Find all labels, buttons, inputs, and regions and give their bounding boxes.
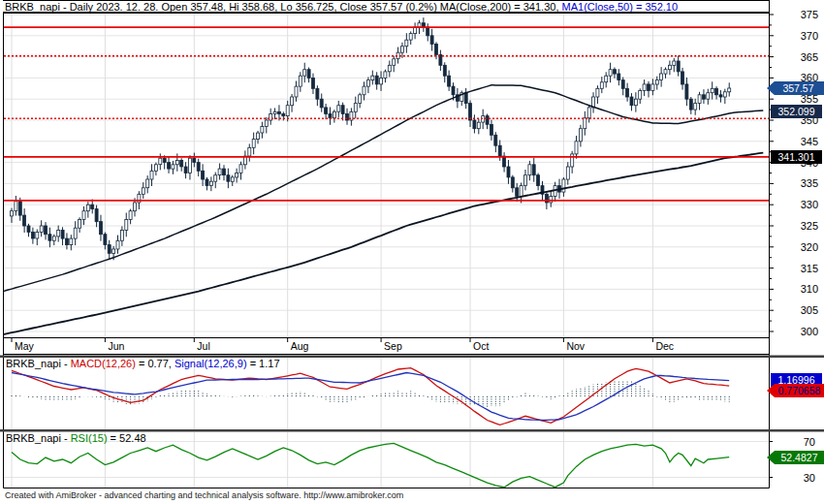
ma50-value-flag: 352.099 — [771, 105, 822, 118]
svg-text:370: 370 — [801, 30, 818, 42]
rsi-title-symbol: BRKB_napi - — [6, 432, 71, 444]
candlestick-series — [11, 17, 731, 260]
rsi-title-rsi: RSI(15) — [71, 432, 108, 444]
svg-text:Dec: Dec — [655, 340, 674, 352]
svg-text:365: 365 — [801, 51, 818, 63]
svg-text:345: 345 — [801, 136, 818, 147]
svg-text:375: 375 — [801, 9, 818, 20]
rsi-line — [12, 443, 729, 487]
price-level-lines — [4, 27, 769, 201]
svg-text:Aug: Aug — [291, 340, 309, 352]
svg-text:May: May — [15, 340, 35, 352]
svg-text:300: 300 — [801, 326, 818, 337]
svg-text:320: 320 — [801, 241, 818, 253]
svg-text:325: 325 — [801, 220, 818, 232]
macd-title-eq1: = 0.77, — [136, 358, 174, 369]
svg-text:355: 355 — [801, 93, 818, 105]
svg-text:315: 315 — [801, 263, 818, 274]
price-title-ma50: MA1(Close,50) = 352.10 — [562, 1, 679, 13]
ma200-value-flag: 341.301 — [771, 150, 822, 164]
macd-title-symbol: BRKB_napi - — [6, 358, 71, 369]
svg-text:Oct: Oct — [473, 340, 489, 352]
macd-title-eq2: = 1.17 — [247, 358, 280, 369]
svg-text:30: 30 — [804, 472, 815, 484]
moving-average-lines — [3, 85, 763, 334]
svg-text:Jul: Jul — [197, 340, 209, 352]
chart-canvas[interactable]: 3003053103153203253303353403453503553603… — [0, 0, 824, 504]
svg-text:70: 70 — [804, 436, 815, 448]
macd-histogram — [12, 381, 729, 407]
rsi-pane-title: BRKB_napi - RSI(15) = 52.48 — [6, 432, 146, 445]
macd-title-signal: Signal(12,26,9) — [174, 358, 247, 369]
svg-text:330: 330 — [801, 199, 818, 210]
rsi-value-flag: 52.4827 — [767, 451, 824, 464]
macd-title-macd: MACD(12,26) — [71, 358, 136, 369]
svg-text:335: 335 — [801, 177, 818, 189]
pane-borders — [0, 0, 824, 488]
svg-text:305: 305 — [801, 304, 818, 316]
amibroker-chart-window: 3003053103153203253303353403453503553603… — [0, 0, 824, 504]
macd-lines — [12, 368, 729, 425]
time-axis: MayJunJulAugSepOctNovDec — [12, 337, 674, 352]
price-title-main: BRKB_napi - Daily 2023. 12. 28. Open 357… — [5, 1, 562, 13]
amibroker-credit-text: Created with AmiBroker - advanced charti… — [5, 490, 403, 500]
rsi-title-eq: = 52.48 — [108, 432, 146, 444]
macd-value-flag: 0.770658 — [767, 384, 824, 397]
macd-pane-title: BRKB_napi - MACD(12,26) = 0.77, Signal(1… — [6, 358, 280, 370]
svg-text:Nov: Nov — [566, 340, 585, 352]
svg-text:Jun: Jun — [108, 340, 124, 352]
last-close-price-flag: 357.57 — [767, 81, 824, 95]
price-axis: 3003053103153203253303353403453503553603… — [769, 9, 818, 484]
price-pane-title: BRKB_napi - Daily 2023. 12. 28. Open 357… — [3, 0, 769, 13]
svg-text:Sep: Sep — [384, 340, 402, 352]
svg-text:310: 310 — [801, 283, 818, 295]
